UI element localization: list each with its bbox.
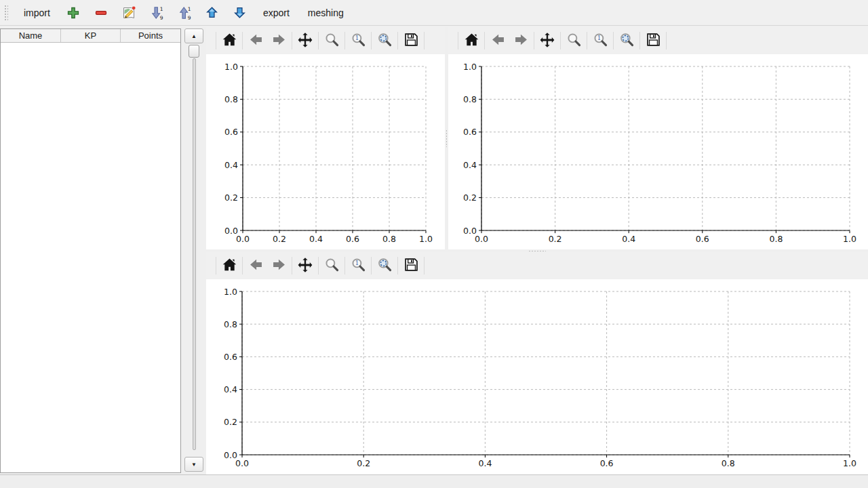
svg-text:0.4: 0.4 xyxy=(478,458,492,468)
sort-descending-button[interactable]: 19 xyxy=(146,3,167,23)
add-button[interactable] xyxy=(63,3,83,23)
forward-icon xyxy=(271,257,287,274)
export-button-label: export xyxy=(263,7,290,18)
svg-text:1: 1 xyxy=(355,260,358,266)
move-up-icon xyxy=(205,6,218,19)
svg-text:0.6: 0.6 xyxy=(696,234,709,244)
column-header-kp[interactable]: KP xyxy=(61,29,121,42)
svg-text:0.8: 0.8 xyxy=(224,319,237,329)
svg-text:1.0: 1.0 xyxy=(843,234,856,244)
toolbar-separator xyxy=(216,32,216,49)
plot-canvas[interactable]: 0.00.20.40.60.81.00.00.20.40.60.81.0 xyxy=(206,279,868,474)
pan-button[interactable] xyxy=(536,30,559,52)
save-button[interactable] xyxy=(399,30,422,52)
toolbar-separator xyxy=(242,257,243,274)
pan-button[interactable] xyxy=(294,255,317,277)
svg-text:0.0: 0.0 xyxy=(463,226,477,236)
zoom-button[interactable] xyxy=(320,30,343,52)
svg-text:0.2: 0.2 xyxy=(357,458,370,468)
toolbar-separator xyxy=(318,257,319,274)
svg-text:0.2: 0.2 xyxy=(224,417,237,427)
back-button[interactable] xyxy=(244,255,267,277)
application-window: import1919exportmeshing NameKPPoints ▲ ▼… xyxy=(0,0,868,488)
back-icon xyxy=(248,257,264,274)
svg-text:0.0: 0.0 xyxy=(224,450,237,460)
add-icon xyxy=(66,6,80,20)
column-header-name[interactable]: Name xyxy=(1,29,61,42)
triangle-up-icon: ▲ xyxy=(191,33,197,39)
svg-text:1: 1 xyxy=(160,6,163,12)
back-icon xyxy=(490,32,506,49)
import-button-label: import xyxy=(24,7,50,18)
svg-text:0.4: 0.4 xyxy=(224,160,238,170)
plot-canvas[interactable]: 0.00.20.40.60.81.00.00.20.40.60.81.0 xyxy=(206,54,445,249)
svg-text:0.6: 0.6 xyxy=(224,352,237,362)
svg-text:1.0: 1.0 xyxy=(224,287,237,297)
svg-text:0.6: 0.6 xyxy=(600,458,614,468)
mpl-toolbar: 1 xyxy=(206,27,445,54)
slider-handle[interactable] xyxy=(189,45,199,58)
forward-button[interactable] xyxy=(509,30,532,52)
plot-figure-bottom: 1 0.00.20.40.60.81.00.00.20.40.60.81.0 xyxy=(206,252,868,474)
svg-text:0.4: 0.4 xyxy=(463,160,477,170)
column-header-points[interactable]: Points xyxy=(121,29,180,42)
meshing-button[interactable]: meshing xyxy=(302,5,349,21)
export-button[interactable]: export xyxy=(258,5,295,21)
move-up-button[interactable] xyxy=(202,3,222,23)
zoom-select-icon xyxy=(377,32,393,49)
save-button[interactable] xyxy=(399,255,422,277)
pipeline-table-panel: NameKPPoints xyxy=(0,28,181,473)
scroll-down-button[interactable]: ▼ xyxy=(184,457,203,472)
svg-text:1: 1 xyxy=(597,35,600,41)
svg-text:0.0: 0.0 xyxy=(236,234,250,244)
zoom-button[interactable] xyxy=(562,30,585,52)
toolbar-separator xyxy=(216,257,216,274)
svg-text:1.0: 1.0 xyxy=(843,458,856,468)
sort-descending-icon: 19 xyxy=(149,5,164,20)
svg-text:0.4: 0.4 xyxy=(309,234,323,244)
mpl-toolbar: 1 xyxy=(206,252,868,279)
forward-button[interactable] xyxy=(267,255,290,277)
zoom-icon xyxy=(324,32,340,49)
toolbar-separator xyxy=(560,32,561,49)
zoom-icon xyxy=(566,32,582,49)
zoom-select-button[interactable] xyxy=(373,255,396,277)
home-button[interactable] xyxy=(218,30,241,52)
svg-text:0.6: 0.6 xyxy=(224,127,238,137)
toolbar-separator xyxy=(613,32,614,49)
scroll-up-button[interactable]: ▲ xyxy=(184,28,203,43)
zoom-button[interactable] xyxy=(320,255,343,277)
svg-text:0.8: 0.8 xyxy=(382,234,396,244)
slider-groove[interactable] xyxy=(193,58,196,450)
pan-button[interactable] xyxy=(294,30,317,52)
remove-button[interactable] xyxy=(91,3,111,23)
home-icon xyxy=(464,32,479,49)
toolbar-separator xyxy=(397,257,398,274)
back-button[interactable] xyxy=(486,30,509,52)
back-button[interactable] xyxy=(244,30,267,52)
edit-icon xyxy=(121,5,136,20)
plot-canvas[interactable]: 0.00.20.40.60.81.00.00.20.40.60.81.0 xyxy=(448,54,868,249)
mpl-toolbar: 1 xyxy=(448,27,868,54)
zoom-select-button[interactable] xyxy=(615,30,638,52)
table-body[interactable] xyxy=(1,43,180,472)
toolbar-separator xyxy=(534,32,534,49)
home-button[interactable] xyxy=(460,30,483,52)
forward-button[interactable] xyxy=(267,30,290,52)
save-button[interactable] xyxy=(642,30,665,52)
zoom-select-button[interactable] xyxy=(373,30,396,52)
sort-ascending-button[interactable]: 19 xyxy=(174,3,195,23)
svg-text:0.4: 0.4 xyxy=(622,234,635,244)
zoom-one-button[interactable]: 1 xyxy=(347,30,370,52)
home-button[interactable] xyxy=(218,255,241,277)
forward-icon xyxy=(513,32,529,49)
zoom-one-button[interactable]: 1 xyxy=(347,255,370,277)
edit-button[interactable] xyxy=(119,3,139,23)
move-down-button[interactable] xyxy=(230,3,250,23)
toolbar-grip[interactable] xyxy=(4,5,8,21)
zoom-one-button[interactable]: 1 xyxy=(589,30,612,52)
zoom-one-icon: 1 xyxy=(593,32,608,49)
import-button[interactable]: import xyxy=(18,5,56,21)
svg-text:0.8: 0.8 xyxy=(224,94,238,104)
toolbar-separator xyxy=(397,32,398,49)
